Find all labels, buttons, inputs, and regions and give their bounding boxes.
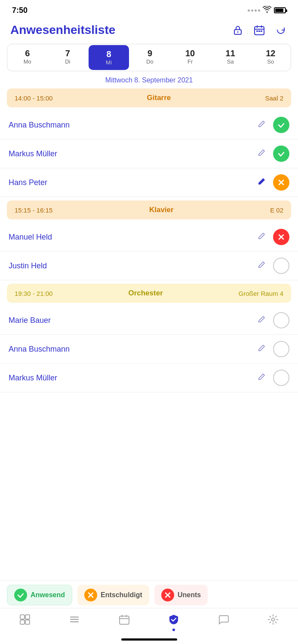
student-name: Anna Buschmann <box>9 345 70 354</box>
student-name: Markus Müller <box>9 374 57 383</box>
student-name: Hans Peter <box>9 178 47 187</box>
legend-anwesend-icon <box>14 589 27 601</box>
nav-grid[interactable] <box>15 612 35 630</box>
nav-settings[interactable] <box>263 612 283 630</box>
svg-rect-12 <box>70 621 79 623</box>
status-circle-green[interactable] <box>273 146 289 162</box>
legend-anwesend-label: Anwesend <box>31 591 65 599</box>
session-gitarre-time: 14:00 - 15:00 <box>15 94 52 102</box>
session-klavier: 15:15 - 16:15 Klavier E 02 <box>7 200 291 219</box>
header-actions <box>231 23 288 37</box>
student-name: Anna Buschmann <box>9 121 70 130</box>
svg-rect-4 <box>258 30 260 32</box>
svg-point-14 <box>272 618 275 621</box>
student-actions <box>257 146 289 162</box>
lock-button[interactable] <box>231 23 245 37</box>
nav-calendar[interactable] <box>114 612 135 630</box>
session-orchester-time: 19:30 - 21:00 <box>15 290 52 297</box>
student-actions <box>257 341 289 357</box>
edit-icon[interactable] <box>257 119 266 131</box>
status-circle-empty[interactable] <box>273 370 289 386</box>
date-item-mon[interactable]: 6 Mo <box>7 44 48 71</box>
scroll-content: 14:00 - 15:00 Gitarre Saal 2 Anna Buschm… <box>0 88 298 470</box>
date-item-sun[interactable]: 12 So <box>250 44 291 71</box>
status-circle-empty[interactable] <box>273 341 289 357</box>
student-name: Markus Müller <box>9 149 57 158</box>
calendar-nav-icon <box>118 614 130 629</box>
legend-entschuldigt-icon <box>84 589 97 601</box>
legend-unents-icon <box>161 589 174 601</box>
session-klavier-time: 15:15 - 16:15 <box>15 207 52 214</box>
date-item-wed[interactable]: 8 Mi <box>89 45 129 70</box>
grid-icon <box>19 614 31 629</box>
legend-unents-label: Unents <box>178 591 201 599</box>
svg-rect-11 <box>70 619 79 620</box>
table-row: Anna Buschmann <box>0 335 298 364</box>
session-gitarre-room: Saal 2 <box>265 94 283 102</box>
nav-attendance[interactable] <box>163 612 184 630</box>
header: Anwesenheitsliste <box>0 19 298 44</box>
svg-rect-7 <box>25 615 30 619</box>
table-row: Markus Müller <box>0 364 298 392</box>
edit-icon[interactable] <box>257 260 266 272</box>
edit-icon[interactable] <box>257 343 266 355</box>
table-row: Markus Müller <box>0 140 298 168</box>
svg-point-1 <box>237 31 239 33</box>
session-klavier-room: E 02 <box>270 207 283 214</box>
page-title: Anwesenheitsliste <box>10 23 115 37</box>
session-orchester-name: Orchester <box>52 289 238 298</box>
table-row: Manuel Held <box>0 223 298 252</box>
edit-icon[interactable] <box>257 177 266 188</box>
status-circle-empty[interactable] <box>273 258 289 274</box>
legend-entschuldigt-label: Entschuldigt <box>101 591 142 599</box>
student-actions <box>257 117 289 133</box>
student-actions <box>257 174 289 191</box>
gear-icon <box>267 614 279 629</box>
student-name: Marie Bauer <box>9 316 51 325</box>
shield-icon <box>168 614 180 629</box>
chat-icon <box>218 614 230 629</box>
student-actions <box>257 312 289 328</box>
svg-rect-5 <box>261 30 262 32</box>
session-orchester: 19:30 - 21:00 Orchester Großer Raum 4 <box>7 284 291 303</box>
date-item-tue[interactable]: 7 Di <box>48 44 88 71</box>
student-actions <box>257 229 289 245</box>
session-gitarre-name: Gitarre <box>52 94 265 102</box>
svg-rect-3 <box>256 30 258 32</box>
svg-rect-8 <box>20 620 25 624</box>
bottom-nav <box>0 608 298 634</box>
calendar-button[interactable] <box>252 23 266 37</box>
status-circle-empty[interactable] <box>273 312 289 328</box>
svg-rect-10 <box>70 617 79 618</box>
edit-icon[interactable] <box>257 315 266 326</box>
nav-messages[interactable] <box>213 612 234 630</box>
status-circle-red[interactable] <box>273 229 289 245</box>
svg-rect-13 <box>120 616 129 624</box>
student-actions <box>257 258 289 274</box>
table-row: Anna Buschmann <box>0 111 298 140</box>
table-row: Hans Peter <box>0 168 298 197</box>
edit-icon[interactable] <box>257 231 266 243</box>
battery-icon <box>274 7 286 13</box>
refresh-button[interactable] <box>274 23 288 37</box>
status-circle-orange[interactable] <box>273 174 289 191</box>
date-item-sat[interactable]: 11 Sa <box>210 44 251 71</box>
status-icons <box>248 6 286 15</box>
edit-icon[interactable] <box>257 372 266 384</box>
session-gitarre: 14:00 - 15:00 Gitarre Saal 2 <box>7 88 291 107</box>
svg-rect-6 <box>20 615 25 619</box>
date-item-fri[interactable]: 10 Fr <box>170 44 210 71</box>
status-circle-green[interactable] <box>273 117 289 133</box>
status-time: 7:50 <box>12 6 28 15</box>
edit-icon[interactable] <box>257 148 266 160</box>
nav-list[interactable] <box>64 612 85 630</box>
signal-icon <box>248 9 260 12</box>
legend-unents[interactable]: Unents <box>154 585 208 605</box>
session-orchester-room: Großer Raum 4 <box>239 290 283 297</box>
date-item-thu[interactable]: 9 Do <box>130 44 170 71</box>
status-bar: 7:50 <box>0 0 298 19</box>
table-row: Justin Held <box>0 252 298 280</box>
svg-rect-9 <box>25 620 30 624</box>
legend-entschuldigt[interactable]: Entschuldigt <box>77 585 149 605</box>
legend-anwesend[interactable]: Anwesend <box>7 585 72 605</box>
